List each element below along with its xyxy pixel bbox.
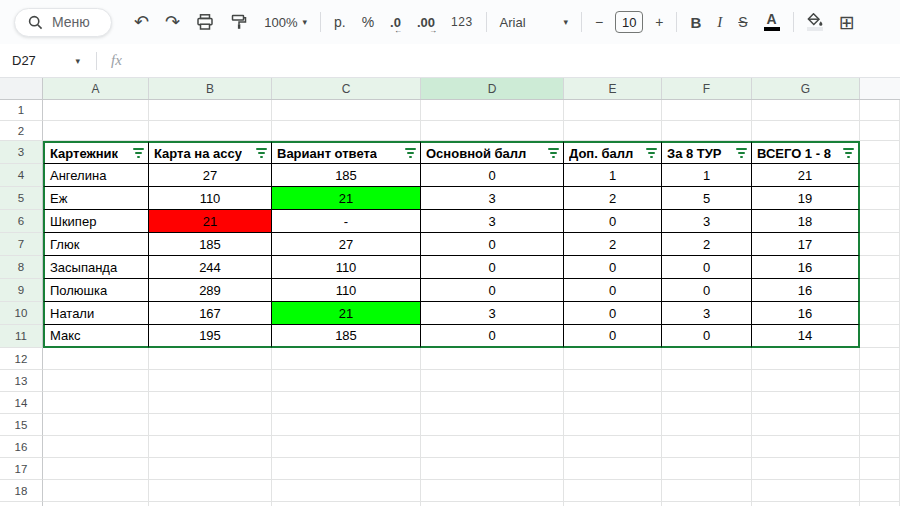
fill-color-button[interactable] bbox=[799, 10, 831, 34]
formula-input[interactable] bbox=[122, 44, 900, 77]
cell-F16[interactable] bbox=[662, 436, 752, 458]
cell-A18[interactable] bbox=[43, 480, 149, 502]
cell-F14[interactable] bbox=[662, 392, 752, 414]
filter-icon[interactable] bbox=[255, 148, 267, 158]
cell-A5[interactable]: Еж bbox=[43, 187, 149, 210]
cell-G5[interactable]: 19 bbox=[752, 187, 860, 210]
row-header-17[interactable]: 17 bbox=[0, 458, 43, 480]
cell-C9[interactable]: 110 bbox=[272, 279, 421, 302]
cell-C19[interactable] bbox=[272, 502, 421, 506]
cell-D15[interactable] bbox=[421, 414, 564, 436]
cell-F18[interactable] bbox=[662, 480, 752, 502]
cell-G16[interactable] bbox=[752, 436, 860, 458]
cell-E6[interactable]: 0 bbox=[564, 210, 662, 233]
row-header-2[interactable]: 2 bbox=[0, 121, 43, 141]
cell-B17[interactable] bbox=[149, 458, 272, 480]
cell-A4[interactable]: Ангелина bbox=[43, 164, 149, 187]
cell-F9[interactable]: 0 bbox=[662, 279, 752, 302]
cell-C8[interactable]: 110 bbox=[272, 256, 421, 279]
cell-A8[interactable]: Засыпанда bbox=[43, 256, 149, 279]
decrease-font-size-button[interactable]: − bbox=[587, 11, 611, 33]
cell-F5[interactable]: 5 bbox=[662, 187, 752, 210]
cell-B4[interactable]: 27 bbox=[149, 164, 272, 187]
cell-C16[interactable] bbox=[272, 436, 421, 458]
cell-B5[interactable]: 110 bbox=[149, 187, 272, 210]
cell-A10[interactable]: Натали bbox=[43, 302, 149, 325]
cell-D8[interactable]: 0 bbox=[421, 256, 564, 279]
cell-C13[interactable] bbox=[272, 370, 421, 392]
cell-B11[interactable]: 195 bbox=[149, 325, 272, 348]
text-color-button[interactable]: A bbox=[756, 10, 788, 34]
cell-F6[interactable]: 3 bbox=[662, 210, 752, 233]
cell-filler-5[interactable] bbox=[860, 187, 900, 210]
filter-icon[interactable] bbox=[842, 148, 854, 158]
row-header-15[interactable]: 15 bbox=[0, 414, 43, 436]
cell-filler-4[interactable] bbox=[860, 164, 900, 187]
cell-E3[interactable]: Доп. балл bbox=[564, 141, 662, 164]
cell-D14[interactable] bbox=[421, 392, 564, 414]
filter-icon[interactable] bbox=[132, 148, 144, 158]
select-all-corner[interactable] bbox=[0, 78, 43, 99]
cell-C3[interactable]: Вариант ответа bbox=[272, 141, 421, 164]
cell-F8[interactable]: 0 bbox=[662, 256, 752, 279]
cell-B14[interactable] bbox=[149, 392, 272, 414]
cell-B3[interactable]: Карта на ассу bbox=[149, 141, 272, 164]
cell-filler-10[interactable] bbox=[860, 302, 900, 325]
cell-filler-17[interactable] bbox=[860, 458, 900, 480]
cell-G4[interactable]: 21 bbox=[752, 164, 860, 187]
cell-E12[interactable] bbox=[564, 348, 662, 370]
cell-C12[interactable] bbox=[272, 348, 421, 370]
cell-G7[interactable]: 17 bbox=[752, 233, 860, 256]
row-header-6[interactable]: 6 bbox=[0, 210, 43, 233]
row-header-18[interactable]: 18 bbox=[0, 480, 43, 502]
column-header-F[interactable]: F bbox=[662, 78, 752, 99]
cell-G2[interactable] bbox=[752, 121, 860, 141]
cell-C6[interactable]: - bbox=[272, 210, 421, 233]
cell-B15[interactable] bbox=[149, 414, 272, 436]
cell-filler-19[interactable] bbox=[860, 502, 900, 506]
cell-G9[interactable]: 16 bbox=[752, 279, 860, 302]
cell-E17[interactable] bbox=[564, 458, 662, 480]
cell-C7[interactable]: 27 bbox=[272, 233, 421, 256]
filter-icon[interactable] bbox=[645, 148, 657, 158]
cell-G1[interactable] bbox=[752, 100, 860, 121]
cell-D4[interactable]: 0 bbox=[421, 164, 564, 187]
cell-filler-6[interactable] bbox=[860, 210, 900, 233]
cell-A17[interactable] bbox=[43, 458, 149, 480]
row-header-9[interactable]: 9 bbox=[0, 279, 43, 302]
cell-filler-13[interactable] bbox=[860, 370, 900, 392]
column-header-D[interactable]: D bbox=[421, 78, 564, 99]
cell-G11[interactable]: 14 bbox=[752, 325, 860, 348]
cell-filler-1[interactable] bbox=[860, 100, 900, 121]
cell-B8[interactable]: 244 bbox=[149, 256, 272, 279]
cell-A13[interactable] bbox=[43, 370, 149, 392]
cell-C1[interactable] bbox=[272, 100, 421, 121]
cell-filler-7[interactable] bbox=[860, 233, 900, 256]
cell-B19[interactable] bbox=[149, 502, 272, 506]
cell-F3[interactable]: За 8 ТУР bbox=[662, 141, 752, 164]
column-header-E[interactable]: E bbox=[564, 78, 662, 99]
column-header-A[interactable]: A bbox=[43, 78, 149, 99]
row-header-16[interactable]: 16 bbox=[0, 436, 43, 458]
cell-E18[interactable] bbox=[564, 480, 662, 502]
column-header-G[interactable]: G bbox=[752, 78, 860, 99]
row-header-14[interactable]: 14 bbox=[0, 392, 43, 414]
cell-B6[interactable]: 21 bbox=[149, 210, 272, 233]
cell-filler-12[interactable] bbox=[860, 348, 900, 370]
cell-D1[interactable] bbox=[421, 100, 564, 121]
number-format-button[interactable]: 123 bbox=[443, 12, 481, 32]
font-size-input[interactable]: 10 bbox=[615, 11, 643, 33]
cell-F2[interactable] bbox=[662, 121, 752, 141]
cell-G15[interactable] bbox=[752, 414, 860, 436]
cell-E4[interactable]: 1 bbox=[564, 164, 662, 187]
cell-filler-15[interactable] bbox=[860, 414, 900, 436]
row-header-7[interactable]: 7 bbox=[0, 233, 43, 256]
cell-G17[interactable] bbox=[752, 458, 860, 480]
cell-C17[interactable] bbox=[272, 458, 421, 480]
cell-C2[interactable] bbox=[272, 121, 421, 141]
column-header-C[interactable]: C bbox=[272, 78, 421, 99]
row-header-12[interactable]: 12 bbox=[0, 348, 43, 370]
bold-button[interactable]: B bbox=[682, 11, 709, 34]
format-currency-button[interactable]: р. bbox=[326, 11, 354, 33]
cell-filler-3[interactable] bbox=[860, 141, 900, 164]
